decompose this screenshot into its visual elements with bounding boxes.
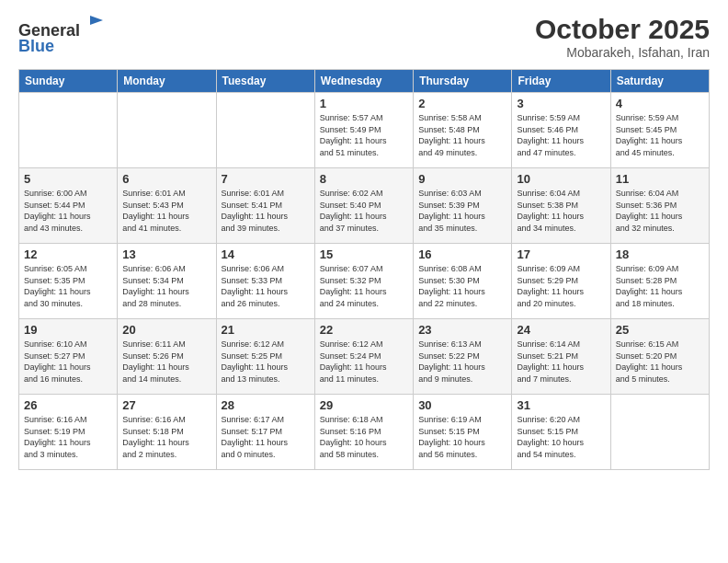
day-info: Sunrise: 6:12 AM Sunset: 5:25 PM Dayligh… xyxy=(222,339,310,385)
logo: General Blue xyxy=(18,14,105,56)
calendar-cell: 14Sunrise: 6:06 AM Sunset: 5:33 PM Dayli… xyxy=(216,244,314,319)
calendar-week-5: 26Sunrise: 6:16 AM Sunset: 5:19 PM Dayli… xyxy=(19,395,710,470)
logo-flag-icon xyxy=(86,14,105,36)
page: General Blue October 2025 Mobarakeh, Isf… xyxy=(0,0,728,563)
calendar: SundayMondayTuesdayWednesdayThursdayFrid… xyxy=(18,69,710,470)
day-info: Sunrise: 6:09 AM Sunset: 5:29 PM Dayligh… xyxy=(517,263,605,309)
day-info: Sunrise: 6:17 AM Sunset: 5:17 PM Dayligh… xyxy=(222,414,310,460)
calendar-cell: 7Sunrise: 6:01 AM Sunset: 5:41 PM Daylig… xyxy=(216,168,314,244)
day-number: 25 xyxy=(616,323,704,337)
day-info: Sunrise: 6:19 AM Sunset: 5:15 PM Dayligh… xyxy=(418,414,506,460)
calendar-week-3: 12Sunrise: 6:05 AM Sunset: 5:35 PM Dayli… xyxy=(19,244,710,319)
header: General Blue October 2025 Mobarakeh, Isf… xyxy=(18,14,710,60)
day-number: 5 xyxy=(24,172,112,186)
day-info: Sunrise: 6:12 AM Sunset: 5:24 PM Dayligh… xyxy=(320,339,408,385)
day-info: Sunrise: 6:00 AM Sunset: 5:44 PM Dayligh… xyxy=(24,188,112,234)
location-title: Mobarakeh, Isfahan, Iran xyxy=(535,45,710,60)
calendar-cell: 4Sunrise: 5:59 AM Sunset: 5:45 PM Daylig… xyxy=(610,93,709,168)
day-number: 7 xyxy=(222,172,310,186)
calendar-cell: 13Sunrise: 6:06 AM Sunset: 5:34 PM Dayli… xyxy=(118,244,216,319)
calendar-cell: 12Sunrise: 6:05 AM Sunset: 5:35 PM Dayli… xyxy=(19,244,118,319)
calendar-week-1: 1Sunrise: 5:57 AM Sunset: 5:49 PM Daylig… xyxy=(19,93,710,168)
day-number: 22 xyxy=(320,323,408,337)
day-number: 19 xyxy=(24,323,112,337)
day-number: 6 xyxy=(122,172,210,186)
day-number: 10 xyxy=(517,172,605,186)
day-info: Sunrise: 5:57 AM Sunset: 5:49 PM Dayligh… xyxy=(320,112,408,158)
day-info: Sunrise: 6:01 AM Sunset: 5:41 PM Dayligh… xyxy=(222,188,310,234)
day-number: 15 xyxy=(320,247,408,261)
calendar-cell: 29Sunrise: 6:18 AM Sunset: 5:16 PM Dayli… xyxy=(314,395,413,470)
calendar-cell: 21Sunrise: 6:12 AM Sunset: 5:25 PM Dayli… xyxy=(216,319,314,395)
month-title: October 2025 xyxy=(535,14,710,45)
calendar-cell: 25Sunrise: 6:15 AM Sunset: 5:20 PM Dayli… xyxy=(610,319,709,395)
day-info: Sunrise: 6:14 AM Sunset: 5:21 PM Dayligh… xyxy=(517,339,605,385)
calendar-cell: 2Sunrise: 5:58 AM Sunset: 5:48 PM Daylig… xyxy=(414,93,512,168)
day-info: Sunrise: 6:04 AM Sunset: 5:38 PM Dayligh… xyxy=(517,188,605,234)
day-number: 4 xyxy=(616,97,704,110)
day-number: 31 xyxy=(517,398,605,412)
day-number: 30 xyxy=(418,398,506,412)
calendar-cell: 10Sunrise: 6:04 AM Sunset: 5:38 PM Dayli… xyxy=(512,168,610,244)
day-info: Sunrise: 6:07 AM Sunset: 5:32 PM Dayligh… xyxy=(320,263,408,309)
day-number: 21 xyxy=(222,323,310,337)
day-info: Sunrise: 6:11 AM Sunset: 5:26 PM Dayligh… xyxy=(122,339,210,385)
calendar-cell: 23Sunrise: 6:13 AM Sunset: 5:22 PM Dayli… xyxy=(414,319,512,395)
title-block: October 2025 Mobarakeh, Isfahan, Iran xyxy=(535,14,710,60)
calendar-cell: 3Sunrise: 5:59 AM Sunset: 5:46 PM Daylig… xyxy=(512,93,610,168)
calendar-cell xyxy=(118,93,216,168)
calendar-header-row: SundayMondayTuesdayWednesdayThursdayFrid… xyxy=(19,70,710,93)
calendar-cell: 15Sunrise: 6:07 AM Sunset: 5:32 PM Dayli… xyxy=(314,244,413,319)
weekday-header-wednesday: Wednesday xyxy=(314,70,413,93)
day-info: Sunrise: 6:10 AM Sunset: 5:27 PM Dayligh… xyxy=(24,339,112,385)
day-number: 29 xyxy=(320,398,408,412)
calendar-cell: 24Sunrise: 6:14 AM Sunset: 5:21 PM Dayli… xyxy=(512,319,610,395)
day-number: 11 xyxy=(616,172,704,186)
calendar-cell: 28Sunrise: 6:17 AM Sunset: 5:17 PM Dayli… xyxy=(216,395,314,470)
day-info: Sunrise: 6:15 AM Sunset: 5:20 PM Dayligh… xyxy=(616,339,704,385)
day-number: 2 xyxy=(418,97,506,110)
calendar-cell: 20Sunrise: 6:11 AM Sunset: 5:26 PM Dayli… xyxy=(118,319,216,395)
calendar-week-2: 5Sunrise: 6:00 AM Sunset: 5:44 PM Daylig… xyxy=(19,168,710,244)
calendar-cell: 31Sunrise: 6:20 AM Sunset: 5:15 PM Dayli… xyxy=(512,395,610,470)
weekday-header-sunday: Sunday xyxy=(19,70,118,93)
day-info: Sunrise: 6:18 AM Sunset: 5:16 PM Dayligh… xyxy=(320,414,408,460)
day-number: 24 xyxy=(517,323,605,337)
day-info: Sunrise: 5:58 AM Sunset: 5:48 PM Dayligh… xyxy=(418,112,506,158)
day-number: 28 xyxy=(222,398,310,412)
day-info: Sunrise: 5:59 AM Sunset: 5:45 PM Dayligh… xyxy=(616,112,704,158)
weekday-header-saturday: Saturday xyxy=(610,70,709,93)
weekday-header-tuesday: Tuesday xyxy=(216,70,314,93)
day-number: 23 xyxy=(418,323,506,337)
day-info: Sunrise: 6:06 AM Sunset: 5:34 PM Dayligh… xyxy=(122,263,210,309)
calendar-cell: 17Sunrise: 6:09 AM Sunset: 5:29 PM Dayli… xyxy=(512,244,610,319)
day-info: Sunrise: 6:01 AM Sunset: 5:43 PM Dayligh… xyxy=(122,188,210,234)
calendar-cell: 8Sunrise: 6:02 AM Sunset: 5:40 PM Daylig… xyxy=(314,168,413,244)
calendar-cell: 19Sunrise: 6:10 AM Sunset: 5:27 PM Dayli… xyxy=(19,319,118,395)
day-info: Sunrise: 6:08 AM Sunset: 5:30 PM Dayligh… xyxy=(418,263,506,309)
day-number: 3 xyxy=(517,97,605,110)
day-info: Sunrise: 6:20 AM Sunset: 5:15 PM Dayligh… xyxy=(517,414,605,460)
weekday-header-thursday: Thursday xyxy=(414,70,512,93)
day-info: Sunrise: 6:03 AM Sunset: 5:39 PM Dayligh… xyxy=(418,188,506,234)
day-number: 16 xyxy=(418,247,506,261)
day-info: Sunrise: 5:59 AM Sunset: 5:46 PM Dayligh… xyxy=(517,112,605,158)
day-info: Sunrise: 6:05 AM Sunset: 5:35 PM Dayligh… xyxy=(24,263,112,309)
calendar-cell xyxy=(610,395,709,470)
day-info: Sunrise: 6:02 AM Sunset: 5:40 PM Dayligh… xyxy=(320,188,408,234)
calendar-cell: 26Sunrise: 6:16 AM Sunset: 5:19 PM Dayli… xyxy=(19,395,118,470)
weekday-header-friday: Friday xyxy=(512,70,610,93)
calendar-week-4: 19Sunrise: 6:10 AM Sunset: 5:27 PM Dayli… xyxy=(19,319,710,395)
day-number: 13 xyxy=(122,247,210,261)
day-info: Sunrise: 6:16 AM Sunset: 5:18 PM Dayligh… xyxy=(122,414,210,460)
day-info: Sunrise: 6:06 AM Sunset: 5:33 PM Dayligh… xyxy=(222,263,310,309)
calendar-cell: 27Sunrise: 6:16 AM Sunset: 5:18 PM Dayli… xyxy=(118,395,216,470)
weekday-header-monday: Monday xyxy=(118,70,216,93)
day-number: 1 xyxy=(320,97,408,110)
day-number: 17 xyxy=(517,247,605,261)
svg-marker-0 xyxy=(90,16,103,34)
day-number: 27 xyxy=(122,398,210,412)
day-number: 26 xyxy=(24,398,112,412)
day-info: Sunrise: 6:09 AM Sunset: 5:28 PM Dayligh… xyxy=(616,263,704,309)
day-info: Sunrise: 6:13 AM Sunset: 5:22 PM Dayligh… xyxy=(418,339,506,385)
